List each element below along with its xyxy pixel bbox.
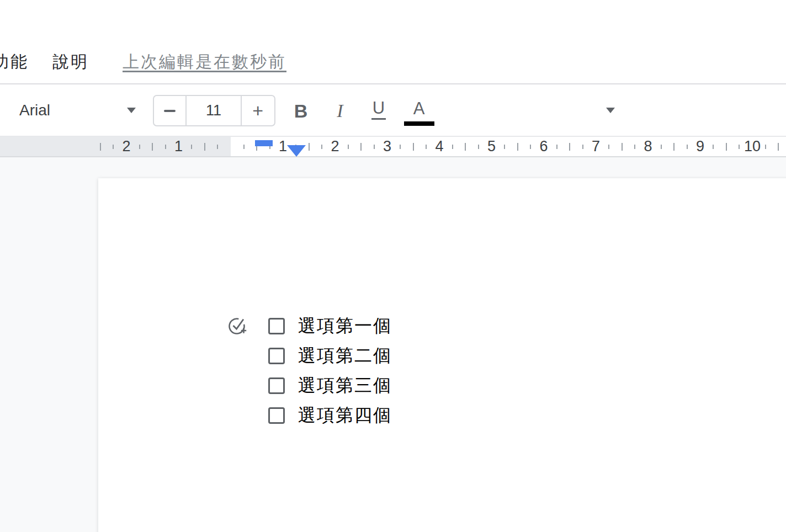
font-dropdown-icon[interactable] bbox=[127, 108, 136, 113]
ruler-number: 3 bbox=[383, 137, 391, 156]
ruler-number: 2 bbox=[331, 137, 339, 156]
checklist-item-text: 選項第二個 bbox=[298, 344, 392, 368]
ruler-tick bbox=[530, 145, 531, 149]
ruler-tick bbox=[726, 143, 727, 151]
ruler-tick bbox=[569, 143, 570, 151]
decrease-font-button[interactable] bbox=[154, 96, 187, 125]
ruler-number: 1 bbox=[279, 137, 287, 156]
ruler-tick bbox=[243, 145, 245, 149]
ruler-number: 2 bbox=[122, 137, 130, 156]
checkbox-unchecked-icon[interactable] bbox=[268, 348, 285, 364]
ruler-number: 8 bbox=[644, 137, 652, 156]
ruler-tick bbox=[139, 145, 140, 149]
ruler-number: 9 bbox=[696, 137, 704, 156]
image-dropdown-icon[interactable] bbox=[606, 108, 615, 113]
ruler-tick bbox=[661, 145, 662, 149]
ruler-tick bbox=[191, 145, 192, 149]
font-family-select[interactable]: Arial bbox=[19, 98, 50, 123]
font-size-value[interactable]: 11 bbox=[187, 96, 240, 125]
add-checklist-icon[interactable] bbox=[227, 315, 249, 337]
font-size-group: 11 + bbox=[153, 95, 275, 126]
ruler-number: 4 bbox=[435, 137, 443, 156]
ruler-number: 1 bbox=[174, 137, 183, 156]
ruler-tick bbox=[478, 145, 479, 149]
last-edit-link[interactable]: 上次編輯是在數秒前 bbox=[123, 51, 286, 73]
ruler-tick bbox=[413, 143, 414, 151]
ruler-number: 10 bbox=[744, 137, 761, 156]
ruler-tick bbox=[504, 145, 505, 149]
checklist-item: 選項第三個 bbox=[268, 371, 392, 401]
ruler-tick bbox=[465, 143, 466, 151]
checklist-item-text: 選項第一個 bbox=[298, 314, 392, 338]
ruler-tick bbox=[400, 145, 401, 149]
ruler-tick bbox=[765, 145, 766, 149]
toolbar: Arial 11 + B I U A bbox=[0, 83, 786, 136]
checkbox-unchecked-icon[interactable] bbox=[268, 407, 285, 424]
ruler-tick bbox=[217, 145, 218, 149]
checklist-item-text: 選項第三個 bbox=[298, 374, 392, 398]
ruler-tick bbox=[582, 145, 583, 149]
checklist: 選項第一個選項第二個選項第三個選項第四個 bbox=[268, 311, 392, 430]
ruler-number: 6 bbox=[539, 137, 548, 156]
ruler-tick bbox=[517, 143, 518, 151]
ruler-tick bbox=[113, 145, 114, 149]
ruler-tick bbox=[556, 145, 557, 149]
minus-icon bbox=[164, 110, 176, 112]
checklist-item-text: 選項第四個 bbox=[298, 403, 392, 428]
left-indent-marker[interactable] bbox=[287, 145, 306, 157]
text-color-icon: A bbox=[413, 100, 425, 117]
underline-button[interactable]: U bbox=[365, 97, 392, 122]
ruler-tick bbox=[452, 145, 453, 149]
ruler-tick bbox=[165, 145, 166, 149]
underline-icon: U bbox=[371, 99, 386, 120]
checkbox-unchecked-icon[interactable] bbox=[268, 318, 285, 334]
document-canvas: 選項第一個選項第二個選項第三個選項第四個 bbox=[0, 157, 786, 532]
italic-button[interactable]: I bbox=[327, 98, 353, 124]
ruler-tick bbox=[152, 143, 153, 151]
checklist-item: 選項第二個 bbox=[268, 341, 392, 371]
ruler-number: 7 bbox=[592, 137, 600, 156]
ruler-tick bbox=[778, 143, 779, 151]
ruler-tick bbox=[673, 143, 675, 151]
document-page[interactable]: 選項第一個選項第二個選項第三個選項第四個 bbox=[98, 178, 786, 532]
ruler-tick bbox=[713, 145, 714, 149]
text-color-swatch bbox=[404, 121, 434, 126]
menu-item-help[interactable]: 說明 bbox=[52, 51, 89, 73]
checkbox-unchecked-icon[interactable] bbox=[268, 377, 285, 394]
ruler-number: 5 bbox=[487, 137, 496, 156]
ruler-tick bbox=[309, 143, 310, 151]
checklist-item: 選項第一個 bbox=[268, 311, 392, 341]
checklist-item: 選項第四個 bbox=[268, 401, 392, 430]
docs-window: 功能 說明 上次編輯是在數秒前 Arial 11 + B I U A bbox=[0, 0, 786, 532]
ruler[interactable]: 2112345678910 bbox=[0, 136, 786, 157]
ruler-tick bbox=[204, 143, 205, 151]
bold-button[interactable]: B bbox=[288, 98, 314, 124]
ruler-tick bbox=[687, 145, 688, 149]
menu-bar: 功能 說明 上次編輯是在數秒前 bbox=[0, 0, 786, 83]
ruler-tick bbox=[348, 145, 349, 149]
ruler-tick bbox=[374, 145, 375, 149]
ruler-tick bbox=[634, 145, 635, 149]
ruler-tick bbox=[321, 145, 322, 149]
ruler-tick bbox=[739, 145, 740, 149]
first-line-indent-marker[interactable] bbox=[255, 140, 273, 146]
ruler-tick bbox=[426, 145, 427, 149]
menu-item-tools[interactable]: 功能 bbox=[0, 51, 29, 73]
ruler-tick bbox=[608, 145, 609, 149]
ruler-tick bbox=[622, 143, 623, 151]
ruler-tick bbox=[360, 143, 362, 151]
ruler-margin-area bbox=[0, 137, 231, 156]
ruler-tick bbox=[100, 143, 101, 151]
text-color-button[interactable]: A bbox=[403, 97, 435, 129]
increase-font-button[interactable]: + bbox=[241, 96, 274, 125]
